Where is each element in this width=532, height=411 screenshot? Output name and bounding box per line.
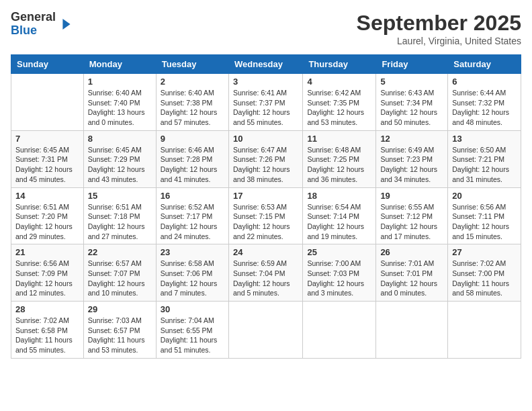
calendar-cell: 12Sunrise: 6:49 AM Sunset: 7:23 PM Dayli… [376, 130, 448, 187]
day-info: Sunrise: 6:48 AM Sunset: 7:25 PM Dayligh… [307, 145, 371, 185]
day-number: 9 [161, 134, 224, 144]
logo: General Blue [11, 11, 75, 38]
calendar-cell: 16Sunrise: 6:52 AM Sunset: 7:17 PM Dayli… [156, 187, 228, 244]
calendar-header-row: SundayMondayTuesdayWednesdayThursdayFrid… [11, 55, 521, 74]
logo-blue: Blue [11, 24, 56, 38]
calendar-cell: 20Sunrise: 6:56 AM Sunset: 7:11 PM Dayli… [448, 187, 521, 244]
day-info: Sunrise: 6:55 AM Sunset: 7:12 PM Dayligh… [380, 202, 443, 242]
calendar-cell: 15Sunrise: 6:51 AM Sunset: 7:18 PM Dayli… [83, 187, 156, 244]
day-info: Sunrise: 7:04 AM Sunset: 6:55 PM Dayligh… [161, 316, 224, 355]
calendar-cell: 26Sunrise: 7:01 AM Sunset: 7:01 PM Dayli… [376, 244, 448, 302]
day-number: 2 [161, 77, 224, 87]
calendar-week-4: 21Sunrise: 6:56 AM Sunset: 7:09 PM Dayli… [11, 244, 521, 302]
day-number: 17 [233, 191, 298, 201]
day-info: Sunrise: 6:56 AM Sunset: 7:11 PM Dayligh… [452, 202, 517, 242]
day-info: Sunrise: 7:00 AM Sunset: 7:03 PM Dayligh… [307, 259, 371, 298]
calendar-cell: 2Sunrise: 6:40 AM Sunset: 7:38 PM Daylig… [156, 74, 228, 131]
day-info: Sunrise: 6:42 AM Sunset: 7:35 PM Dayligh… [307, 88, 371, 128]
calendar-cell: 22Sunrise: 6:57 AM Sunset: 7:07 PM Dayli… [83, 244, 156, 302]
day-info: Sunrise: 6:51 AM Sunset: 7:18 PM Dayligh… [88, 202, 152, 242]
calendar-cell: 8Sunrise: 6:45 AM Sunset: 7:29 PM Daylig… [83, 130, 156, 187]
svg-marker-0 [62, 19, 70, 30]
calendar-cell: 1Sunrise: 6:40 AM Sunset: 7:40 PM Daylig… [83, 74, 156, 131]
calendar-cell [228, 302, 302, 359]
day-info: Sunrise: 7:03 AM Sunset: 6:57 PM Dayligh… [88, 316, 152, 355]
day-number: 3 [233, 77, 298, 87]
logo-text: General Blue [11, 11, 56, 38]
day-number: 21 [15, 247, 79, 257]
day-info: Sunrise: 6:52 AM Sunset: 7:17 PM Dayligh… [161, 202, 224, 242]
day-info: Sunrise: 6:46 AM Sunset: 7:28 PM Dayligh… [161, 145, 224, 185]
calendar-cell: 21Sunrise: 6:56 AM Sunset: 7:09 PM Dayli… [11, 244, 84, 302]
day-info: Sunrise: 6:59 AM Sunset: 7:04 PM Dayligh… [233, 259, 298, 298]
title-block: September 2025 Laurel, Virginia, United … [357, 11, 521, 46]
logo-general: General [11, 11, 56, 24]
location: Laurel, Virginia, United States [357, 36, 521, 46]
calendar-cell: 28Sunrise: 7:02 AM Sunset: 6:58 PM Dayli… [11, 302, 84, 359]
calendar-header-thursday: Thursday [303, 55, 376, 74]
calendar-cell: 27Sunrise: 7:02 AM Sunset: 7:00 PM Dayli… [448, 244, 521, 302]
calendar-header-monday: Monday [83, 55, 156, 74]
month-title: September 2025 [357, 11, 521, 36]
day-number: 22 [88, 247, 152, 257]
day-number: 28 [15, 304, 79, 314]
day-number: 18 [307, 191, 371, 201]
day-info: Sunrise: 7:02 AM Sunset: 7:00 PM Dayligh… [452, 259, 517, 298]
day-number: 30 [161, 304, 224, 314]
day-info: Sunrise: 6:43 AM Sunset: 7:34 PM Dayligh… [380, 88, 443, 128]
day-number: 20 [452, 191, 517, 201]
day-number: 13 [452, 134, 517, 144]
calendar-cell [11, 74, 84, 131]
day-info: Sunrise: 6:54 AM Sunset: 7:14 PM Dayligh… [307, 202, 371, 242]
calendar-cell: 23Sunrise: 6:58 AM Sunset: 7:06 PM Dayli… [156, 244, 228, 302]
day-info: Sunrise: 6:40 AM Sunset: 7:40 PM Dayligh… [88, 88, 152, 128]
day-info: Sunrise: 6:56 AM Sunset: 7:09 PM Dayligh… [15, 259, 79, 298]
day-number: 1 [88, 77, 152, 87]
calendar-cell: 6Sunrise: 6:44 AM Sunset: 7:32 PM Daylig… [448, 74, 521, 131]
day-info: Sunrise: 6:58 AM Sunset: 7:06 PM Dayligh… [161, 259, 224, 298]
calendar-header-saturday: Saturday [448, 55, 521, 74]
day-info: Sunrise: 6:45 AM Sunset: 7:29 PM Dayligh… [88, 145, 152, 185]
calendar-cell: 18Sunrise: 6:54 AM Sunset: 7:14 PM Dayli… [303, 187, 376, 244]
day-info: Sunrise: 7:02 AM Sunset: 6:58 PM Dayligh… [15, 316, 79, 355]
calendar-cell: 7Sunrise: 6:45 AM Sunset: 7:31 PM Daylig… [11, 130, 84, 187]
day-number: 8 [88, 134, 152, 144]
day-info: Sunrise: 6:47 AM Sunset: 7:26 PM Dayligh… [233, 145, 298, 185]
calendar-cell: 13Sunrise: 6:50 AM Sunset: 7:21 PM Dayli… [448, 130, 521, 187]
calendar-cell [376, 302, 448, 359]
calendar-cell: 3Sunrise: 6:41 AM Sunset: 7:37 PM Daylig… [228, 74, 302, 131]
calendar-cell: 14Sunrise: 6:51 AM Sunset: 7:20 PM Dayli… [11, 187, 84, 244]
page-header: General Blue September 2025 Laurel, Virg… [11, 11, 521, 46]
day-number: 27 [452, 247, 517, 257]
calendar-cell: 24Sunrise: 6:59 AM Sunset: 7:04 PM Dayli… [228, 244, 302, 302]
day-number: 15 [88, 191, 152, 201]
calendar-week-5: 28Sunrise: 7:02 AM Sunset: 6:58 PM Dayli… [11, 302, 521, 359]
calendar-cell: 19Sunrise: 6:55 AM Sunset: 7:12 PM Dayli… [376, 187, 448, 244]
day-number: 26 [380, 247, 443, 257]
calendar-header-tuesday: Tuesday [156, 55, 228, 74]
calendar-table: SundayMondayTuesdayWednesdayThursdayFrid… [11, 54, 521, 359]
calendar-cell: 4Sunrise: 6:42 AM Sunset: 7:35 PM Daylig… [303, 74, 376, 131]
calendar-header-wednesday: Wednesday [228, 55, 302, 74]
day-number: 7 [15, 134, 79, 144]
calendar-cell [303, 302, 376, 359]
day-number: 11 [307, 134, 371, 144]
day-number: 25 [307, 247, 371, 257]
calendar-cell: 17Sunrise: 6:53 AM Sunset: 7:15 PM Dayli… [228, 187, 302, 244]
calendar-cell: 9Sunrise: 6:46 AM Sunset: 7:28 PM Daylig… [156, 130, 228, 187]
day-info: Sunrise: 6:53 AM Sunset: 7:15 PM Dayligh… [233, 202, 298, 242]
day-info: Sunrise: 6:51 AM Sunset: 7:20 PM Dayligh… [15, 202, 79, 242]
day-info: Sunrise: 6:45 AM Sunset: 7:31 PM Dayligh… [15, 145, 79, 185]
calendar-cell: 11Sunrise: 6:48 AM Sunset: 7:25 PM Dayli… [303, 130, 376, 187]
day-number: 19 [380, 191, 443, 201]
logo-arrow-icon [58, 16, 75, 32]
calendar-cell [448, 302, 521, 359]
calendar-cell: 10Sunrise: 6:47 AM Sunset: 7:26 PM Dayli… [228, 130, 302, 187]
calendar-cell: 25Sunrise: 7:00 AM Sunset: 7:03 PM Dayli… [303, 244, 376, 302]
calendar-cell: 5Sunrise: 6:43 AM Sunset: 7:34 PM Daylig… [376, 74, 448, 131]
day-number: 5 [380, 77, 443, 87]
day-number: 12 [380, 134, 443, 144]
day-number: 24 [233, 247, 298, 257]
day-number: 14 [15, 191, 79, 201]
calendar-header-friday: Friday [376, 55, 448, 74]
